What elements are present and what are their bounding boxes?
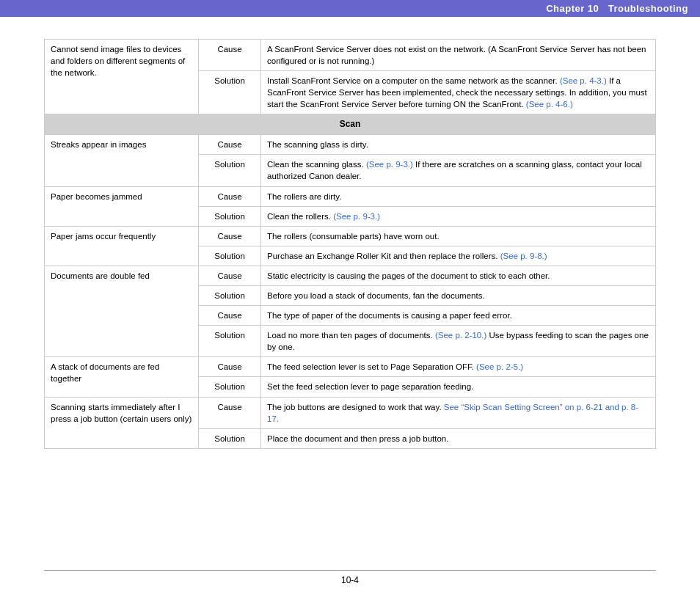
type-cell: Cause — [199, 40, 261, 71]
content-cell: Install ScanFront Service on a computer … — [261, 71, 656, 114]
type-cell: Solution — [199, 286, 261, 306]
problem-cell: Streaks appear in images — [45, 135, 199, 186]
table-row: Paper jams occur frequently Cause The ro… — [45, 226, 656, 246]
type-cell: Cause — [199, 135, 261, 155]
problem-cell: Documents are double fed — [45, 266, 199, 356]
content-cell: Place the document and then press a job … — [261, 428, 656, 448]
page-header: Chapter 10 Troubleshooting — [0, 0, 700, 17]
type-cell: Cause — [199, 186, 261, 206]
content-cell: The job buttons are designed to work tha… — [261, 397, 656, 428]
section-header-row: Scan — [45, 114, 656, 135]
skip-scan-setting-link[interactable]: See “Skip Scan Setting Screen” on p. 6-2… — [267, 403, 638, 423]
table-row: Documents are double fed Cause Static el… — [45, 266, 656, 285]
type-cell: Solution — [199, 206, 261, 226]
content-cell: The scanning glass is dirty. — [261, 135, 656, 155]
type-cell: Solution — [199, 428, 261, 448]
type-cell: Cause — [199, 306, 261, 326]
link[interactable]: (See p. 9-8.) — [500, 252, 547, 260]
type-cell: Solution — [199, 377, 261, 397]
problem-cell: Paper becomes jammed — [45, 186, 199, 226]
table-row: Scanning starts immediately after I pres… — [45, 397, 656, 428]
scan-section-header: Scan — [45, 114, 656, 135]
problem-cell: Paper jams occur frequently — [45, 226, 199, 266]
content-cell: The type of paper of the documents is ca… — [261, 306, 656, 326]
footer-divider — [44, 570, 656, 571]
link[interactable]: (See p. 9-3.) — [366, 160, 413, 169]
content-cell: Clean the rollers. (See p. 9-3.) — [261, 206, 656, 226]
type-cell: Cause — [199, 226, 261, 246]
table-row: A stack of documents are fed together Ca… — [45, 357, 656, 377]
page-number: 10-4 — [0, 575, 700, 585]
page-footer: 10-4 — [0, 570, 700, 585]
content-cell: Before you load a stack of documents, fa… — [261, 286, 656, 306]
content-cell: Set the feed selection lever to page sep… — [261, 377, 656, 397]
content-cell: Load no more than ten pages of documents… — [261, 326, 656, 357]
table-row: Cannot send image files to devices and f… — [45, 40, 656, 71]
link[interactable]: (See p. 9-3.) — [333, 212, 380, 221]
table-row: Streaks appear in images Cause The scann… — [45, 135, 656, 155]
chapter-label: Chapter 10 — [546, 3, 599, 14]
content-cell: The rollers are dirty. — [261, 186, 656, 206]
link[interactable]: (See p. 2-10.) — [435, 331, 486, 340]
link[interactable]: (See p. 4-6.) — [526, 100, 573, 109]
link[interactable]: (See p. 4-3.) — [560, 76, 607, 85]
type-cell: Cause — [199, 357, 261, 377]
main-content: Cannot send image files to devices and f… — [0, 17, 700, 478]
type-cell: Cause — [199, 266, 261, 285]
type-cell: Solution — [199, 71, 261, 114]
problem-cell: A stack of documents are fed together — [45, 357, 199, 397]
type-cell: Solution — [199, 326, 261, 357]
content-cell: The feed selection lever is set to Page … — [261, 357, 656, 377]
type-cell: Cause — [199, 397, 261, 428]
content-cell: Static electricity is causing the pages … — [261, 266, 656, 285]
problem-cell: Scanning starts immediately after I pres… — [45, 397, 199, 448]
section-label: Troubleshooting — [608, 3, 688, 14]
table-row: Paper becomes jammed Cause The rollers a… — [45, 186, 656, 206]
type-cell: Solution — [199, 155, 261, 186]
type-cell: Solution — [199, 246, 261, 266]
content-cell: A ScanFront Service Server does not exis… — [261, 40, 656, 71]
troubleshooting-table: Cannot send image files to devices and f… — [44, 39, 656, 449]
content-cell: Purchase an Exchange Roller Kit and then… — [261, 246, 656, 266]
content-cell: Clean the scanning glass. (See p. 9-3.) … — [261, 155, 656, 186]
link[interactable]: (See p. 2-5.) — [476, 362, 523, 371]
content-cell: The rollers (consumable parts) have worn… — [261, 226, 656, 246]
problem-cell: Cannot send image files to devices and f… — [45, 40, 199, 114]
